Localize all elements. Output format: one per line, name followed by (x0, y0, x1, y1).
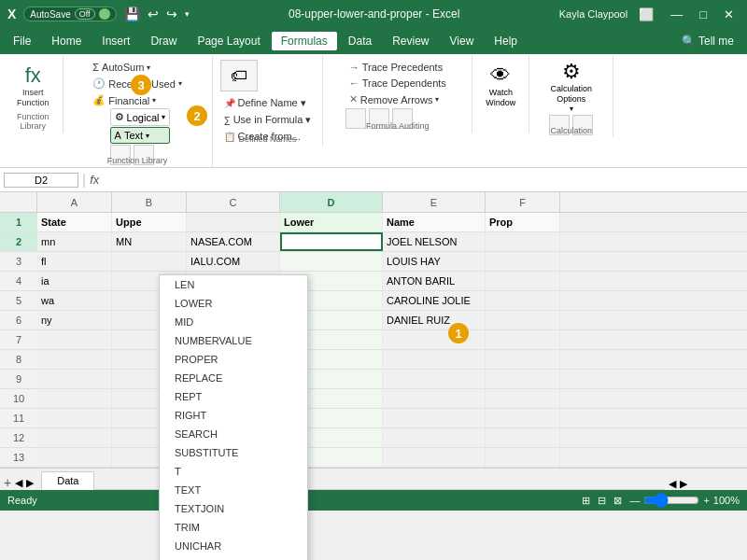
cell-f1[interactable]: Prop (486, 213, 560, 231)
col-header-f[interactable]: F (486, 192, 560, 212)
dropdown-item-trim[interactable]: TRIM (160, 518, 307, 537)
cell-e2[interactable]: JOEL NELSON (383, 232, 486, 251)
menu-home[interactable]: Home (42, 32, 91, 50)
row-num-6[interactable]: 6 (0, 311, 37, 330)
formula-input[interactable] (103, 175, 743, 186)
cell-a4[interactable]: ia (37, 272, 112, 290)
cell-d3[interactable] (280, 252, 383, 271)
cell-f12[interactable] (486, 428, 560, 447)
redo-icon[interactable]: ↪ (166, 7, 177, 21)
cell-a13[interactable] (37, 448, 112, 467)
cell-a8[interactable] (37, 350, 112, 369)
cell-e11[interactable] (383, 409, 486, 427)
autosum-button[interactable]: Σ AutoSum ▾ (89, 60, 154, 75)
col-header-e[interactable]: E (383, 192, 486, 212)
add-sheet-icon[interactable]: + (4, 475, 11, 490)
row-num-5[interactable]: 5 (0, 291, 37, 311)
row-num-12[interactable]: 12 (0, 428, 37, 448)
view-page-layout-icon[interactable]: ⊟ (598, 495, 606, 507)
undo-icon[interactable]: ↩ (148, 7, 159, 21)
dropdown-item-right[interactable]: RIGHT (160, 406, 307, 425)
cell-f3[interactable] (486, 252, 560, 271)
menu-view[interactable]: View (441, 32, 484, 50)
cell-b1[interactable]: Uppe (112, 213, 187, 231)
menu-help[interactable]: Help (485, 32, 527, 50)
save-icon[interactable]: 💾 (124, 7, 140, 21)
col-header-d[interactable]: D (280, 192, 383, 212)
insert-function-button[interactable]: fx InsertFunction (11, 60, 55, 112)
row-num-3[interactable]: 3 (0, 252, 37, 272)
menu-insert[interactable]: Insert (92, 32, 139, 50)
cell-f6[interactable] (486, 311, 560, 329)
cell-a5[interactable]: wa (37, 291, 112, 310)
cell-f2[interactable] (486, 232, 560, 251)
cell-a2[interactable]: mn (37, 232, 112, 251)
name-manager-btn[interactable]: 🏷 (220, 60, 258, 91)
watch-window-button[interactable]: 👁 WatchWindow (480, 60, 521, 112)
sheet-tab-data[interactable]: Data (41, 471, 94, 490)
dropdown-item-text[interactable]: TEXT (160, 481, 307, 499)
cell-f10[interactable] (486, 389, 560, 408)
cell-f13[interactable] (486, 448, 560, 467)
row-num-8[interactable]: 8 (0, 350, 37, 370)
cell-e6[interactable]: DANIEL RUIZ (383, 311, 486, 329)
logical-button[interactable]: ⚙ Logical ▾ (110, 108, 171, 126)
financial-button[interactable]: 💰 Financial ▾ (89, 92, 160, 108)
scroll-right-icon[interactable]: ▶ (680, 478, 687, 490)
cell-a10[interactable] (37, 389, 112, 408)
dropdown-item-lower[interactable]: LOWER (160, 294, 307, 313)
row-num-7[interactable]: 7 (0, 330, 37, 350)
minimize-button[interactable]: — (665, 6, 688, 23)
cell-e13[interactable] (383, 448, 486, 467)
dropdown-item-rept[interactable]: REPT (160, 387, 307, 406)
scroll-left-icon[interactable]: ◀ (669, 478, 676, 490)
cell-a9[interactable] (37, 370, 112, 388)
dropdown-item-numbervalue[interactable]: NUMBERVALUE (160, 331, 307, 350)
define-name-button[interactable]: 📌 Define Name ▾ (220, 95, 316, 111)
row-num-2[interactable]: 2 (0, 232, 37, 252)
menu-draw[interactable]: Draw (141, 32, 186, 50)
text-button[interactable]: A Text ▾ (110, 127, 171, 144)
row-num-9[interactable]: 9 (0, 370, 37, 389)
col-header-b[interactable]: B (112, 192, 187, 212)
zoom-level[interactable]: 100% (713, 495, 740, 506)
cell-e7[interactable] (383, 330, 486, 349)
dropdown-item-len[interactable]: LEN (160, 275, 307, 294)
cell-c3[interactable]: IALU.COM (187, 252, 280, 271)
dropdown-item-t[interactable]: T (160, 462, 307, 481)
cell-f5[interactable] (486, 291, 560, 310)
cell-e12[interactable] (383, 428, 486, 447)
dropdown-item-unicode[interactable]: UNICODE (160, 555, 307, 560)
dropdown-item-unichar[interactable]: UNICHAR (160, 537, 307, 555)
zoom-slider[interactable] (643, 493, 699, 508)
col-header-c[interactable]: C (187, 192, 280, 212)
nav-right-icon[interactable]: ▶ (26, 477, 34, 489)
zoom-out-icon[interactable]: — (629, 495, 640, 506)
cell-a1[interactable]: State (37, 213, 112, 231)
name-box[interactable] (4, 173, 78, 188)
cell-a6[interactable]: ny (37, 311, 112, 329)
cell-e10[interactable] (383, 389, 486, 408)
cell-f9[interactable] (486, 370, 560, 388)
trace-dependents-button[interactable]: ← Trace Dependents (345, 76, 450, 91)
cell-d1[interactable]: Lower (280, 213, 383, 231)
view-page-break-icon[interactable]: ⊠ (613, 495, 622, 507)
cell-a7[interactable] (37, 330, 112, 349)
menu-page-layout[interactable]: Page Layout (188, 32, 269, 50)
cell-e5[interactable]: CAROLINE JOLIE (383, 291, 486, 310)
maximize-button[interactable]: □ (694, 6, 712, 23)
cell-a12[interactable] (37, 428, 112, 447)
row-num-13[interactable]: 13 (0, 448, 37, 468)
cell-a3[interactable]: fl (37, 252, 112, 271)
row-num-1[interactable]: 1 (0, 213, 37, 232)
dropdown-item-substitute[interactable]: SUBSTITUTE (160, 443, 307, 462)
menu-tell-me[interactable]: 🔍 Tell me (672, 32, 743, 50)
menu-file[interactable]: File (4, 32, 40, 50)
cell-e9[interactable] (383, 370, 486, 388)
cell-f11[interactable] (486, 409, 560, 427)
cell-c2[interactable]: NASEA.COM (187, 232, 280, 251)
zoom-in-icon[interactable]: + (703, 495, 709, 506)
row-num-10[interactable]: 10 (0, 389, 37, 409)
row-num-4[interactable]: 4 (0, 272, 37, 291)
fx-label[interactable]: fx (90, 173, 99, 187)
